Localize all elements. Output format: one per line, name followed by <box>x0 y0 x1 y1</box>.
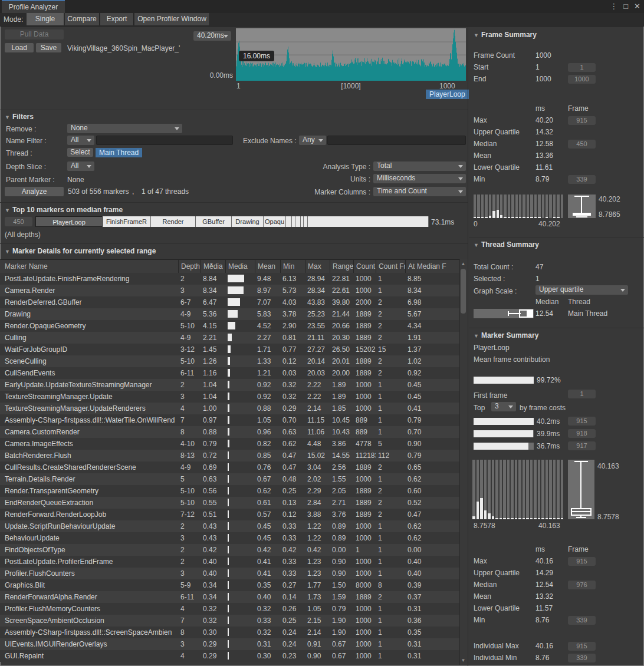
top10-segment[interactable] <box>295 216 301 227</box>
range-scale-dropdown[interactable]: 40.20ms <box>193 31 231 41</box>
thread-selection[interactable]: Main Thread <box>96 148 142 157</box>
remove-dropdown[interactable]: None <box>67 124 182 133</box>
table-row[interactable]: Graphics.Blit5-90.340.350.271.771.508000… <box>0 579 459 591</box>
marker-columns-dropdown[interactable]: Time and Count <box>373 187 466 196</box>
table-row[interactable]: Terrain.Details.Render50.630.670.482.021… <box>0 473 459 485</box>
top10-segment[interactable] <box>304 216 308 227</box>
column-header[interactable]: Min <box>280 260 305 273</box>
table-row[interactable]: Culling4-92.212.270.8121.1120.30188921.9… <box>0 332 459 344</box>
table-row[interactable]: Update.ScriptRunBehaviourUpdate20.430.45… <box>0 520 459 532</box>
column-header[interactable]: Depth <box>178 260 201 273</box>
table-row[interactable]: Profiler.FlushMemoryCounters40.320.320.2… <box>0 603 459 615</box>
marker-table-header[interactable]: Marker NameDepthMedia▼MediaMeanMinMaxRan… <box>0 259 459 273</box>
mode-compare-button[interactable]: Compare <box>65 13 100 25</box>
column-header[interactable]: Media <box>225 260 255 273</box>
table-row[interactable]: BehaviourUpdate30.430.450.331.220.891000… <box>0 532 459 544</box>
close-icon[interactable]: ✕ <box>634 2 640 11</box>
scrollbar-thumb[interactable] <box>461 269 466 314</box>
exclude-mode-dropdown[interactable]: Any <box>299 136 326 145</box>
save-button[interactable]: Save <box>36 43 61 52</box>
top10-segment[interactable] <box>286 216 292 227</box>
column-header[interactable]: Count <box>353 260 376 273</box>
thread-name[interactable]: Main Thread <box>568 309 607 318</box>
table-row[interactable]: EndRenderQueueExtraction5-100.550.610.13… <box>0 497 459 509</box>
frame-badge[interactable]: 976 <box>568 581 596 589</box>
table-row[interactable]: TextureStreamingManager.UpdateRenderers4… <box>0 403 459 414</box>
table-row[interactable]: WaitForJobGroupID3-121.451.710.7727.2726… <box>0 344 459 355</box>
table-row[interactable]: CullSendEvents6-111.161.210.0320.0320.00… <box>0 367 459 379</box>
marker-details-header[interactable]: ▼Marker Details for currently selected r… <box>5 247 156 255</box>
frame-badge[interactable]: 339 <box>568 175 596 184</box>
table-row[interactable]: PostLateUpdate.FinishFrameRendering28.84… <box>0 273 459 285</box>
exclude-names-input[interactable] <box>327 136 466 145</box>
column-header[interactable]: Max <box>305 260 330 273</box>
column-header[interactable]: Marker Name <box>0 260 178 273</box>
frame-badge[interactable]: 339 <box>568 654 596 662</box>
frame-boxplot[interactable] <box>568 194 596 218</box>
table-row[interactable]: TextureStreamingManager.Update31.040.920… <box>0 391 459 403</box>
chart-selection-tag[interactable]: PlayerLoop <box>426 90 469 99</box>
table-row[interactable]: ScreenSpaceAmbientOcclusion70.320.330.25… <box>0 615 459 627</box>
table-row[interactable]: UIEvents.IMGUIRenderOverlays30.290.310.2… <box>0 638 459 650</box>
kebab-menu-icon[interactable]: ⋮ <box>610 2 617 11</box>
marker-summary-header[interactable]: ▼Marker Summary <box>474 331 538 339</box>
name-filter-input[interactable] <box>96 136 233 145</box>
column-header[interactable]: Range <box>330 260 353 273</box>
table-row[interactable]: RenderForwardAlpha.Render6-110.340.400.1… <box>0 591 459 603</box>
frame-badge[interactable]: 339 <box>568 616 596 625</box>
mode-export-button[interactable]: Export <box>100 13 134 25</box>
top10-section-header[interactable]: ▼Top 10 markers on median frame <box>5 206 123 214</box>
first-frame-badge[interactable]: 1 <box>568 390 596 398</box>
table-row[interactable]: GUI.Repaint40.290.300.230.900.67100010.3… <box>0 650 459 662</box>
top10-segment[interactable]: Opaqu <box>264 216 286 227</box>
frame-badge[interactable]: 915 <box>568 116 596 125</box>
thread-summary-header[interactable]: ▼Thread Summary <box>474 240 539 249</box>
scroll-up-icon[interactable]: ▲ <box>459 261 467 266</box>
frame-badge[interactable]: 915 <box>568 417 596 426</box>
table-row[interactable]: Assembly-CSharp-firstpass.dll!::ScreenSp… <box>0 627 459 638</box>
top10-segment[interactable]: GBuffer <box>196 216 232 227</box>
open-profiler-window-button[interactable]: Open Profiler Window <box>134 13 210 25</box>
table-row[interactable]: BatchRenderer.Flush8-130.720.850.4715.02… <box>0 450 459 461</box>
thread-range-graph[interactable] <box>474 309 534 318</box>
analyze-button[interactable]: Analyze <box>5 187 64 196</box>
top10-segment[interactable] <box>308 216 429 227</box>
units-dropdown[interactable]: Milliseconds <box>373 174 466 183</box>
table-row[interactable]: RenderDeferred.GBuffer6-76.477.074.0343.… <box>0 296 459 308</box>
filters-section-header[interactable]: ▼Filters <box>5 113 34 121</box>
median-frame-badge[interactable]: 450 <box>5 217 32 226</box>
table-row[interactable]: Assembly-CSharp-firstpass.dll!::WaterTil… <box>0 414 459 426</box>
top10-segment[interactable]: PlayerLoop <box>35 216 103 227</box>
mode-single-button[interactable]: Single <box>27 13 64 25</box>
frame-badge[interactable]: 915 <box>568 557 596 566</box>
frame-badge[interactable]: 1000 <box>568 75 596 84</box>
table-row[interactable]: FindObjectsOfType20.420.420.420.420.0011… <box>0 544 459 556</box>
marker-histogram[interactable] <box>472 460 563 519</box>
marker-boxplot[interactable] <box>568 460 594 519</box>
table-row[interactable]: CullResults.CreateSharedRendererScene4-9… <box>0 461 459 473</box>
frame-badge[interactable]: 915 <box>568 642 596 651</box>
graph-scale-dropdown[interactable]: Upper quartile <box>535 285 628 295</box>
top-n-dropdown[interactable]: 3 <box>491 402 516 411</box>
table-row[interactable]: Camera.ImageEffects4-100.790.820.624.483… <box>0 438 459 450</box>
table-row[interactable]: Profiler.FlushCounters30.400.410.331.230… <box>0 568 459 579</box>
column-header[interactable]: Media▼ <box>201 260 225 273</box>
table-row[interactable]: SceneCulling5-101.261.330.1220.1420.0118… <box>0 355 459 367</box>
thread-select-button[interactable]: Select <box>67 148 93 157</box>
table-row[interactable]: EarlyUpdate.UpdateTextureStreamingManage… <box>0 379 459 391</box>
load-button[interactable]: Load <box>5 43 34 52</box>
analysis-type-dropdown[interactable]: Total <box>373 161 466 171</box>
table-row[interactable]: PostLateUpdate.ProfilerEndFrame20.400.41… <box>0 556 459 568</box>
maximize-icon[interactable]: □ <box>623 2 628 11</box>
column-header[interactable]: Mean <box>255 260 280 273</box>
table-row[interactable]: RenderForward.RenderLoopJob7-120.510.570… <box>0 509 459 520</box>
table-row[interactable]: Camera.CustomRender80.880.960.6311.0610.… <box>0 426 459 438</box>
top10-segment[interactable]: Drawing <box>232 216 264 227</box>
column-header[interactable]: Count Fra <box>376 260 405 273</box>
frame-badge[interactable]: 917 <box>568 441 596 450</box>
table-scrollbar[interactable] <box>459 259 468 665</box>
depth-slice-dropdown[interactable]: All <box>67 161 94 171</box>
table-row[interactable]: Render.OpaqueGeometry5-104.154.522.9023.… <box>0 320 459 332</box>
column-header[interactable]: At Median F <box>405 260 449 273</box>
pull-data-button[interactable]: Pull Data <box>5 29 64 39</box>
